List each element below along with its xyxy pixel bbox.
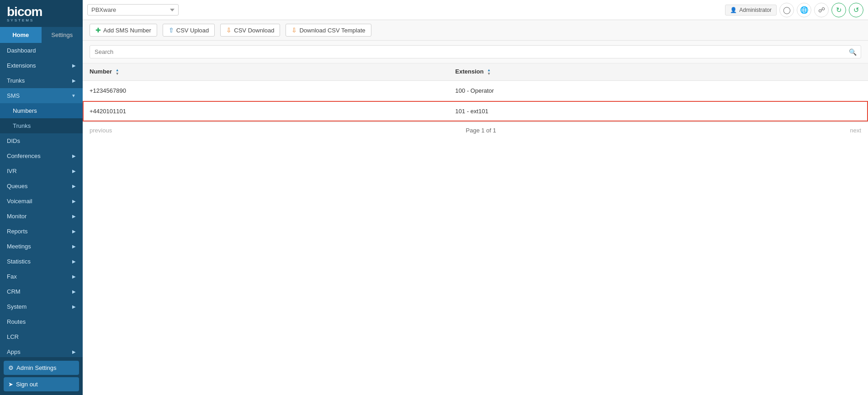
- next-page-button[interactable]: next: [850, 127, 861, 134]
- sidebar-item-apps[interactable]: Apps ▶: [0, 344, 83, 357]
- clock-icon-button[interactable]: ◯: [779, 3, 794, 17]
- sign-out-button[interactable]: ➤ Sign out: [4, 377, 79, 391]
- admin-badge: 👤 Administrator: [725, 5, 777, 16]
- sidebar-item-voicemail[interactable]: Voicemail ▶: [0, 194, 83, 209]
- chevron-right-icon: ▶: [72, 289, 76, 294]
- search-icon: 🔍: [849, 48, 857, 56]
- chevron-right-icon: ▶: [72, 304, 76, 309]
- sidebar-item-lcr[interactable]: LCR: [0, 329, 83, 344]
- tab-home[interactable]: Home: [0, 27, 42, 43]
- search-wrapper: 🔍: [90, 45, 861, 58]
- topbar: PBXware 👤 Administrator ◯ 🌐 ☍ ↻ ↺: [83, 0, 868, 20]
- cell-number: +4420101101: [83, 101, 449, 121]
- chevron-right-icon: ▶: [72, 274, 76, 279]
- logo-area: bicom SYSTEMS: [0, 0, 83, 27]
- chevron-right-icon: ▶: [72, 153, 76, 158]
- sidebar-item-meetings[interactable]: Meetings ▶: [0, 239, 83, 254]
- topbar-right: 👤 Administrator ◯ 🌐 ☍ ↻ ↺: [725, 3, 863, 17]
- chevron-right-icon: ▶: [72, 63, 76, 68]
- sidebar-bottom: ⚙ Admin Settings ➤ Sign out: [0, 357, 83, 395]
- signout-icon: ➤: [8, 381, 13, 388]
- table-row: +4420101101 101 - ext101 ✎ ✕: [83, 101, 868, 121]
- template-download-icon: ⇩: [291, 26, 297, 34]
- translate-icon-button[interactable]: ☍: [814, 3, 829, 17]
- column-extension[interactable]: Extension ▲ ▼: [449, 63, 830, 80]
- chevron-right-icon: ▶: [72, 184, 76, 189]
- download-template-button[interactable]: ⇩ Download CSV Template: [286, 24, 371, 37]
- add-sms-button[interactable]: ✚ Add SMS Number: [90, 24, 157, 37]
- sort-number-icon: ▲ ▼: [116, 68, 119, 76]
- search-bar: 🔍: [83, 41, 868, 63]
- sync-icon-button[interactable]: ↺: [849, 3, 863, 17]
- previous-page-button[interactable]: previous: [90, 127, 112, 134]
- table-row: +1234567890 100 - Operator ✎ ✕: [83, 80, 868, 101]
- cell-actions: ✎ ✕: [830, 80, 868, 101]
- sidebar-item-sms[interactable]: SMS ▼: [0, 88, 83, 103]
- sidebar-item-trunks-sub[interactable]: Trunks: [0, 118, 83, 133]
- globe-icon-button[interactable]: 🌐: [797, 3, 811, 17]
- chevron-right-icon: ▶: [72, 78, 76, 83]
- content-area: 🔍 Number ▲ ▼ Extension ▲: [83, 41, 868, 395]
- user-icon: 👤: [730, 7, 737, 13]
- logo: bicom: [7, 5, 76, 18]
- sidebar-item-dashboard[interactable]: Dashboard: [0, 43, 83, 58]
- csv-download-button[interactable]: ⇩ CSV Download: [220, 24, 280, 37]
- sort-extension-icon: ▲ ▼: [487, 68, 491, 76]
- sidebar-item-routes[interactable]: Routes: [0, 314, 83, 329]
- chevron-right-icon: ▶: [72, 349, 76, 354]
- sidebar-item-statistics[interactable]: Statistics ▶: [0, 254, 83, 269]
- table-header-row: Number ▲ ▼ Extension ▲ ▼: [83, 63, 868, 80]
- chevron-right-icon: ▶: [72, 259, 76, 264]
- plus-icon: ✚: [95, 26, 101, 34]
- cell-number: +1234567890: [83, 80, 449, 101]
- csv-upload-button[interactable]: ⇧ CSV Upload: [163, 24, 215, 37]
- upload-icon: ⇧: [169, 26, 174, 34]
- download-icon: ⇩: [226, 26, 232, 34]
- cell-actions: ✎ ✕: [830, 101, 868, 121]
- actionbar: ✚ Add SMS Number ⇧ CSV Upload ⇩ CSV Down…: [83, 20, 868, 41]
- sidebar-item-queues[interactable]: Queues ▶: [0, 179, 83, 194]
- search-input[interactable]: [90, 45, 861, 58]
- tab-settings[interactable]: Settings: [42, 27, 83, 43]
- sidebar-item-ivr[interactable]: IVR ▶: [0, 163, 83, 179]
- sidebar-item-reports[interactable]: Reports ▶: [0, 224, 83, 239]
- data-table: Number ▲ ▼ Extension ▲ ▼: [83, 63, 868, 122]
- main-content: PBXware 👤 Administrator ◯ 🌐 ☍ ↻ ↺ ✚ Add …: [83, 0, 868, 395]
- sidebar-item-fax[interactable]: Fax ▶: [0, 269, 83, 284]
- sidebar-item-dids[interactable]: DIDs: [0, 133, 83, 148]
- column-number[interactable]: Number ▲ ▼: [83, 63, 449, 80]
- sidebar-item-trunks[interactable]: Trunks ▶: [0, 73, 83, 88]
- nav-tabs: Home Settings: [0, 27, 83, 43]
- sidebar-item-conferences[interactable]: Conferences ▶: [0, 148, 83, 163]
- chevron-right-icon: ▶: [72, 244, 76, 249]
- pagination: previous Page 1 of 1 next: [83, 122, 868, 138]
- logo-sub: SYSTEMS: [7, 18, 76, 22]
- cell-extension: 100 - Operator: [449, 80, 830, 101]
- chevron-right-icon: ▶: [72, 229, 76, 234]
- page-info: Page 1 of 1: [466, 127, 497, 134]
- chevron-right-icon: ▶: [72, 199, 76, 204]
- refresh-icon-button[interactable]: ↻: [831, 3, 846, 17]
- cell-extension: 101 - ext101: [449, 101, 830, 121]
- sidebar-item-system[interactable]: System ▶: [0, 299, 83, 314]
- sidebar-item-crm[interactable]: CRM ▶: [0, 284, 83, 299]
- sidebar-menu: Dashboard Extensions ▶ Trunks ▶ SMS ▼ Nu…: [0, 43, 83, 357]
- chevron-right-icon: ▶: [72, 169, 76, 174]
- admin-settings-button[interactable]: ⚙ Admin Settings: [4, 361, 79, 375]
- sidebar-item-monitor[interactable]: Monitor ▶: [0, 209, 83, 224]
- column-actions-header: [830, 63, 868, 80]
- chevron-down-icon: ▼: [71, 93, 76, 98]
- pbxware-select[interactable]: PBXware: [87, 4, 179, 16]
- gear-icon: ⚙: [8, 364, 14, 371]
- sidebar: bicom SYSTEMS Home Settings Dashboard Ex…: [0, 0, 83, 395]
- sidebar-item-numbers[interactable]: Numbers: [0, 103, 83, 118]
- table-body: +1234567890 100 - Operator ✎ ✕ +44201011…: [83, 80, 868, 121]
- chevron-right-icon: ▶: [72, 214, 76, 219]
- sidebar-item-extensions[interactable]: Extensions ▶: [0, 58, 83, 73]
